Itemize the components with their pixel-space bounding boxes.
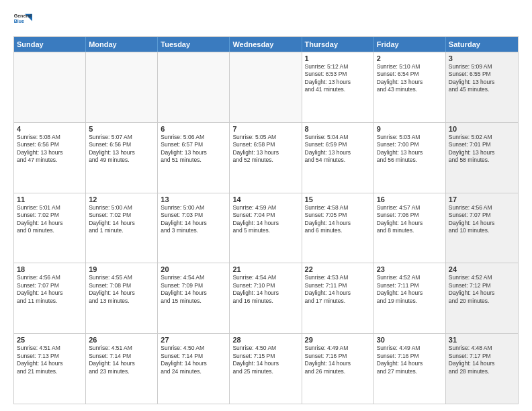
cell-content: Sunrise: 5:08 AM Sunset: 6:56 PM Dayligh… — [17, 134, 83, 165]
logo-icon: General Blue — [13, 11, 32, 30]
cell-content: Sunrise: 5:09 AM Sunset: 6:55 PM Dayligh… — [449, 63, 515, 94]
cal-row-4: 25Sunrise: 4:51 AM Sunset: 7:13 PM Dayli… — [14, 333, 518, 404]
cal-cell-30: 30Sunrise: 4:49 AM Sunset: 7:16 PM Dayli… — [374, 334, 446, 404]
day-number: 6 — [161, 125, 226, 133]
cell-content: Sunrise: 5:04 AM Sunset: 6:59 PM Dayligh… — [305, 134, 371, 165]
svg-text:Blue: Blue — [14, 19, 24, 24]
cal-cell-4: 4Sunrise: 5:08 AM Sunset: 6:56 PM Daylig… — [14, 123, 86, 193]
cell-content: Sunrise: 4:59 AM Sunset: 7:04 PM Dayligh… — [232, 204, 298, 235]
page: General Blue SundayMondayTuesdayWednesda… — [0, 0, 532, 411]
day-number: 27 — [161, 336, 226, 344]
day-number: 11 — [17, 195, 83, 203]
cell-content: Sunrise: 4:49 AM Sunset: 7:16 PM Dayligh… — [305, 345, 371, 375]
cell-content: Sunrise: 4:48 AM Sunset: 7:17 PM Dayligh… — [449, 345, 515, 375]
cal-row-0: 1Sunrise: 5:12 AM Sunset: 6:53 PM Daylig… — [14, 52, 518, 122]
cal-header-thursday: Thursday — [302, 37, 374, 52]
cell-content: Sunrise: 4:55 AM Sunset: 7:08 PM Dayligh… — [89, 274, 154, 305]
cell-content: Sunrise: 4:56 AM Sunset: 7:07 PM Dayligh… — [449, 204, 515, 235]
day-number: 29 — [305, 336, 371, 344]
cal-cell-29: 29Sunrise: 4:49 AM Sunset: 7:16 PM Dayli… — [302, 334, 374, 404]
day-number: 4 — [17, 125, 83, 133]
cal-cell-3: 3Sunrise: 5:09 AM Sunset: 6:55 PM Daylig… — [446, 52, 518, 122]
day-number: 23 — [377, 265, 443, 273]
cal-cell-6: 6Sunrise: 5:06 AM Sunset: 6:57 PM Daylig… — [158, 123, 230, 193]
day-number: 28 — [232, 336, 298, 344]
cal-cell-27: 27Sunrise: 4:50 AM Sunset: 7:14 PM Dayli… — [158, 334, 230, 404]
cal-cell-11: 11Sunrise: 5:01 AM Sunset: 7:02 PM Dayli… — [14, 193, 86, 263]
cell-content: Sunrise: 5:03 AM Sunset: 7:00 PM Dayligh… — [377, 134, 443, 165]
cell-content: Sunrise: 4:57 AM Sunset: 7:06 PM Dayligh… — [377, 204, 443, 235]
cell-content: Sunrise: 4:52 AM Sunset: 7:11 PM Dayligh… — [377, 274, 443, 305]
cal-cell-10: 10Sunrise: 5:02 AM Sunset: 7:01 PM Dayli… — [446, 123, 518, 193]
day-number: 26 — [89, 336, 154, 344]
cal-cell-empty-0-1 — [86, 52, 158, 122]
cell-content: Sunrise: 5:02 AM Sunset: 7:01 PM Dayligh… — [449, 134, 515, 165]
calendar-header-row: SundayMondayTuesdayWednesdayThursdayFrid… — [14, 37, 518, 52]
cal-header-monday: Monday — [86, 37, 158, 52]
day-number: 7 — [232, 125, 298, 133]
cal-cell-12: 12Sunrise: 5:00 AM Sunset: 7:02 PM Dayli… — [86, 193, 158, 263]
cal-cell-13: 13Sunrise: 5:00 AM Sunset: 7:03 PM Dayli… — [158, 193, 230, 263]
cell-content: Sunrise: 5:01 AM Sunset: 7:02 PM Dayligh… — [17, 204, 83, 235]
day-number: 30 — [377, 336, 443, 344]
cell-content: Sunrise: 4:52 AM Sunset: 7:12 PM Dayligh… — [449, 274, 515, 305]
cal-header-wednesday: Wednesday — [230, 37, 302, 52]
cal-cell-empty-0-3 — [230, 52, 302, 122]
cal-header-friday: Friday — [374, 37, 446, 52]
cal-cell-23: 23Sunrise: 4:52 AM Sunset: 7:11 PM Dayli… — [374, 263, 446, 333]
cell-content: Sunrise: 4:54 AM Sunset: 7:10 PM Dayligh… — [232, 274, 298, 305]
cal-cell-26: 26Sunrise: 4:51 AM Sunset: 7:14 PM Dayli… — [86, 334, 158, 404]
cal-cell-9: 9Sunrise: 5:03 AM Sunset: 7:00 PM Daylig… — [374, 123, 446, 193]
day-number: 9 — [377, 125, 443, 133]
day-number: 18 — [17, 265, 83, 273]
day-number: 19 — [89, 265, 154, 273]
day-number: 3 — [449, 54, 515, 62]
day-number: 15 — [305, 195, 371, 203]
day-number: 22 — [305, 265, 371, 273]
cell-content: Sunrise: 4:53 AM Sunset: 7:11 PM Dayligh… — [305, 274, 371, 305]
day-number: 31 — [449, 336, 515, 344]
cell-content: Sunrise: 4:50 AM Sunset: 7:15 PM Dayligh… — [232, 345, 298, 375]
cal-cell-15: 15Sunrise: 4:58 AM Sunset: 7:05 PM Dayli… — [302, 193, 374, 263]
cal-cell-20: 20Sunrise: 4:54 AM Sunset: 7:09 PM Dayli… — [158, 263, 230, 333]
cal-cell-14: 14Sunrise: 4:59 AM Sunset: 7:04 PM Dayli… — [230, 193, 302, 263]
cell-content: Sunrise: 4:51 AM Sunset: 7:13 PM Dayligh… — [17, 345, 83, 375]
cell-content: Sunrise: 4:56 AM Sunset: 7:07 PM Dayligh… — [17, 274, 83, 305]
day-number: 21 — [232, 265, 298, 273]
cell-content: Sunrise: 5:05 AM Sunset: 6:58 PM Dayligh… — [232, 134, 298, 165]
calendar-body: 1Sunrise: 5:12 AM Sunset: 6:53 PM Daylig… — [14, 52, 518, 404]
calendar: SundayMondayTuesdayWednesdayThursdayFrid… — [13, 36, 519, 404]
cal-cell-5: 5Sunrise: 5:07 AM Sunset: 6:56 PM Daylig… — [86, 123, 158, 193]
cell-content: Sunrise: 5:07 AM Sunset: 6:56 PM Dayligh… — [89, 134, 154, 165]
logo: General Blue — [13, 11, 32, 30]
cal-cell-21: 21Sunrise: 4:54 AM Sunset: 7:10 PM Dayli… — [230, 263, 302, 333]
cal-cell-25: 25Sunrise: 4:51 AM Sunset: 7:13 PM Dayli… — [14, 334, 86, 404]
day-number: 20 — [161, 265, 226, 273]
cal-cell-7: 7Sunrise: 5:05 AM Sunset: 6:58 PM Daylig… — [230, 123, 302, 193]
day-number: 24 — [449, 265, 515, 273]
cal-cell-22: 22Sunrise: 4:53 AM Sunset: 7:11 PM Dayli… — [302, 263, 374, 333]
cell-content: Sunrise: 5:12 AM Sunset: 6:53 PM Dayligh… — [305, 63, 371, 94]
day-number: 2 — [377, 54, 443, 62]
day-number: 14 — [232, 195, 298, 203]
svg-text:General: General — [14, 13, 32, 18]
day-number: 10 — [449, 125, 515, 133]
cal-cell-18: 18Sunrise: 4:56 AM Sunset: 7:07 PM Dayli… — [14, 263, 86, 333]
cal-row-3: 18Sunrise: 4:56 AM Sunset: 7:07 PM Dayli… — [14, 263, 518, 333]
cal-cell-28: 28Sunrise: 4:50 AM Sunset: 7:15 PM Dayli… — [230, 334, 302, 404]
cal-cell-empty-0-0 — [14, 52, 86, 122]
cal-cell-2: 2Sunrise: 5:10 AM Sunset: 6:54 PM Daylig… — [374, 52, 446, 122]
day-number: 12 — [89, 195, 154, 203]
cell-content: Sunrise: 5:10 AM Sunset: 6:54 PM Dayligh… — [377, 63, 443, 94]
cell-content: Sunrise: 5:06 AM Sunset: 6:57 PM Dayligh… — [161, 134, 226, 165]
cell-content: Sunrise: 4:54 AM Sunset: 7:09 PM Dayligh… — [161, 274, 226, 305]
day-number: 8 — [305, 125, 371, 133]
day-number: 16 — [377, 195, 443, 203]
cal-cell-1: 1Sunrise: 5:12 AM Sunset: 6:53 PM Daylig… — [302, 52, 374, 122]
header: General Blue — [13, 11, 519, 30]
cal-header-tuesday: Tuesday — [158, 37, 230, 52]
cal-cell-empty-0-2 — [158, 52, 230, 122]
cal-cell-8: 8Sunrise: 5:04 AM Sunset: 6:59 PM Daylig… — [302, 123, 374, 193]
day-number: 1 — [305, 54, 371, 62]
cal-cell-31: 31Sunrise: 4:48 AM Sunset: 7:17 PM Dayli… — [446, 334, 518, 404]
